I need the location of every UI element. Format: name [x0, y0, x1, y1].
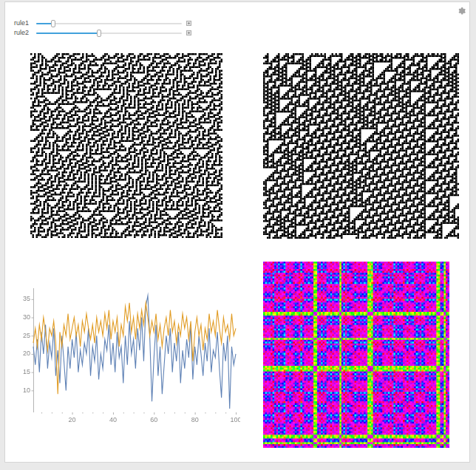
slider-handle-rule2[interactable] [97, 30, 101, 37]
slider-row-rule2: rule2 [14, 28, 191, 38]
distance-matrix-plot [263, 262, 449, 448]
slider-label-rule1: rule1 [14, 18, 32, 28]
slider-expander-button-rule2[interactable] [186, 30, 191, 35]
slider-expander-button-rule1[interactable] [186, 21, 191, 26]
slider-fill [36, 33, 99, 34]
slider-label-rule2: rule2 [14, 28, 32, 38]
slider-row-rule1: rule1 [14, 18, 191, 28]
slider-rule1[interactable] [36, 18, 182, 28]
slider-handle-rule1[interactable] [51, 20, 55, 27]
cellular-automaton-plot-rule2 [263, 53, 459, 239]
slider-track[interactable] [36, 23, 182, 24]
manipulate-panel: rule1 rule2 [4, 1, 470, 463]
slider-rule2[interactable] [36, 28, 182, 38]
row-measure-line-plot [21, 284, 240, 426]
slider-controls: rule1 rule2 [14, 18, 191, 38]
cellular-automaton-plot-rule1 [30, 53, 222, 238]
gear-icon[interactable] [457, 5, 466, 15]
